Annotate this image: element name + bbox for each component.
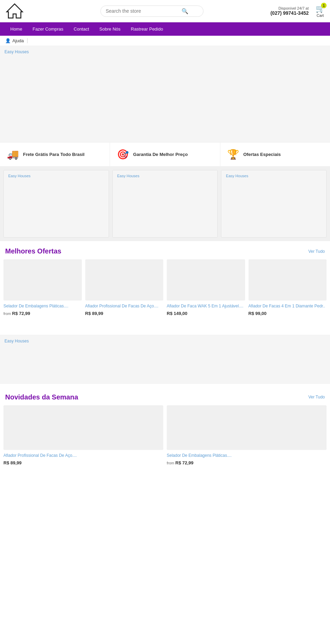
- promo-card-3-image: [221, 170, 326, 237]
- product-3-price: R$ 149,00: [167, 311, 187, 316]
- logo-icon: EASY HOUSES: [5, 2, 24, 20]
- sub-nav: 👤 Ajuda: [0, 36, 330, 46]
- banner-image: [0, 46, 330, 142]
- features-strip: 🚚 Frete Grátis Para Todo Brasil 🎯 Garant…: [0, 143, 330, 167]
- weekly-card-2[interactable]: Selador De Embalagens Pláticas.... from …: [167, 405, 327, 465]
- product-4-price: R$ 99,00: [249, 311, 267, 316]
- best-offers-header: Melhores Ofertas Ver Tudo: [0, 241, 330, 259]
- main-banner: Easy Houses: [0, 46, 330, 143]
- price-guarantee-icon: 🎯: [117, 149, 129, 160]
- product-3-name: Afiador De Faca WAK 5 Em 1 Ajustável....: [167, 303, 245, 309]
- search-input[interactable]: [106, 8, 182, 14]
- trophy-icon: 🏆: [227, 149, 239, 160]
- promo-card-1-label: Easy Houses: [6, 172, 33, 180]
- search-area: 🔍: [50, 5, 254, 17]
- product-1-name: Selador De Embalagens Pláticas....: [3, 303, 82, 309]
- weekly-2-price: R$ 72,99: [175, 460, 194, 465]
- best-offers-title: Melhores Ofertas: [5, 247, 61, 255]
- spacer-1: [0, 321, 330, 331]
- feature-shipping-text: Frete Grátis Para Todo Brasil: [23, 152, 85, 157]
- product-2-image: [85, 259, 164, 301]
- product-4-price-wrapper: R$ 99,00: [249, 310, 327, 316]
- feature-offers: 🏆 Ofertas Especiais: [220, 143, 330, 166]
- cart-button[interactable]: 1 🛒 Cart: [316, 4, 325, 18]
- sub-nav-ajuda[interactable]: 👤 Ajuda: [5, 38, 24, 43]
- phone-number: (027) 99741-3452: [271, 10, 309, 16]
- phone-label: Disponível 24/7 at: [278, 6, 309, 10]
- product-1-from-label: from: [3, 312, 12, 316]
- feature-shipping: 🚚 Frete Grátis Para Todo Brasil: [0, 143, 110, 166]
- product-1-price-wrapper: from R$ 72,99: [3, 310, 82, 316]
- mid-banner-label: Easy Houses: [2, 337, 32, 345]
- weekly-1-name: Afiador Profissional De Facas De Aço....: [3, 453, 163, 459]
- promo-card-3[interactable]: Easy Houses: [221, 170, 327, 238]
- product-4-image: [249, 259, 327, 301]
- logo-area: EASY HOUSES: [5, 2, 50, 20]
- product-card-2[interactable]: Afiador Profissional De Facas De Aço....…: [85, 259, 164, 316]
- weekly-2-name: Selador De Embalagens Pláticas....: [167, 453, 327, 459]
- feature-price-text: Garantia De Melhor Preço: [133, 152, 188, 157]
- promo-cards-grid: Easy Houses Easy Houses Easy Houses: [0, 167, 330, 241]
- product-card-4[interactable]: Afiador De Facas 4 Em 1 Diamante Pedr.. …: [249, 259, 327, 316]
- promo-card-2-image: [113, 170, 218, 237]
- nav-bar: Home Fazer Compras Contact Sobre Nós Ras…: [0, 22, 330, 36]
- weekly-2-from-label: from: [167, 461, 175, 465]
- promo-card-2[interactable]: Easy Houses: [112, 170, 218, 238]
- search-icon: 🔍: [182, 8, 188, 14]
- header: EASY HOUSES 🔍 Disponível 24/7 at (027) 9…: [0, 0, 330, 22]
- weekly-card-1[interactable]: Afiador Profissional De Facas De Aço....…: [3, 405, 163, 465]
- weekly-products: Afiador Profissional De Facas De Aço....…: [0, 405, 330, 472]
- cart-label: Cart: [317, 13, 324, 18]
- shipping-icon: 🚚: [7, 149, 19, 160]
- product-card-1[interactable]: Selador De Embalagens Pláticas.... from …: [3, 259, 82, 316]
- product-3-price-wrapper: R$ 149,00: [167, 310, 245, 316]
- nav-contact[interactable]: Contact: [68, 22, 94, 36]
- weekly-1-price: R$ 89,99: [3, 460, 22, 465]
- best-offers-products: Selador De Embalagens Pláticas.... from …: [0, 259, 330, 321]
- product-1-image: [3, 259, 82, 301]
- weekly-title: Novidades da Semana: [5, 393, 78, 401]
- search-bar: 🔍: [100, 5, 204, 17]
- best-offers-see-all[interactable]: Ver Tudo: [308, 249, 325, 254]
- promo-card-1-image: [4, 170, 109, 237]
- header-right: Disponível 24/7 at (027) 99741-3452: [254, 6, 309, 16]
- weekly-2-price-wrapper: from R$ 72,99: [167, 460, 327, 465]
- promo-card-1[interactable]: Easy Houses: [3, 170, 109, 238]
- promo-card-3-label: Easy Houses: [223, 172, 251, 180]
- weekly-see-all[interactable]: Ver Tudo: [308, 395, 325, 399]
- nav-fazer-compras[interactable]: Fazer Compras: [28, 22, 69, 36]
- product-2-name: Afiador Profissional De Facas De Aço....: [85, 303, 164, 309]
- product-card-3[interactable]: Afiador De Faca WAK 5 Em 1 Ajustável....…: [167, 259, 245, 316]
- product-3-image: [167, 259, 245, 301]
- weekly-2-image: [167, 405, 327, 450]
- mid-banner: Easy Houses: [0, 335, 330, 384]
- weekly-1-price-wrapper: R$ 89,99: [3, 460, 163, 465]
- feature-price: 🎯 Garantia De Melhor Preço: [110, 143, 220, 166]
- banner-label: Easy Houses: [2, 48, 32, 56]
- product-2-price: R$ 89,99: [85, 311, 103, 316]
- mid-banner-image: [0, 335, 330, 383]
- nav-sobre-nos[interactable]: Sobre Nós: [94, 22, 125, 36]
- product-1-price: R$ 72,99: [12, 311, 30, 316]
- nav-rastrear-pedido[interactable]: Rastrear Pedido: [126, 22, 168, 36]
- feature-offers-text: Ofertas Especiais: [243, 152, 281, 157]
- person-icon: 👤: [5, 38, 11, 43]
- weekly-1-image: [3, 405, 163, 450]
- weekly-header: Novidades da Semana Ver Tudo: [0, 387, 330, 405]
- nav-home[interactable]: Home: [5, 22, 28, 36]
- cart-badge: 1: [321, 3, 327, 8]
- sub-nav-divider: [27, 38, 28, 43]
- product-4-name: Afiador De Facas 4 Em 1 Diamante Pedr..: [249, 303, 327, 309]
- promo-card-2-label: Easy Houses: [114, 172, 142, 180]
- svg-marker-0: [7, 4, 22, 18]
- product-2-price-wrapper: R$ 89,99: [85, 310, 164, 316]
